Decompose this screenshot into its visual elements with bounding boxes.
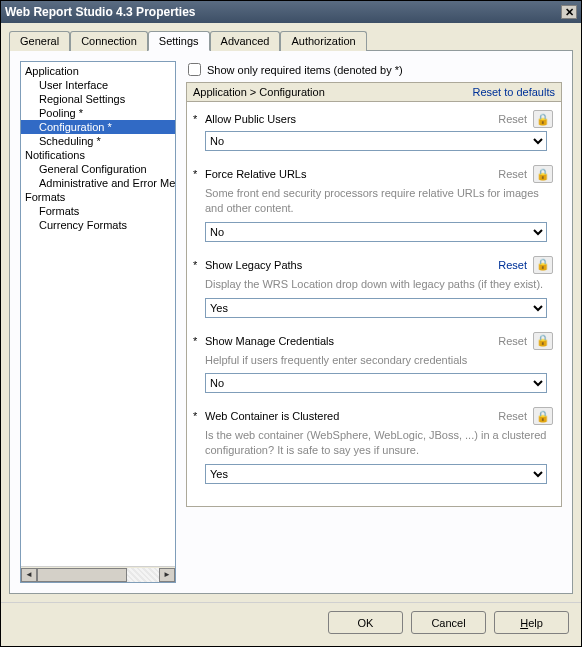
tree-item[interactable]: Scheduling * xyxy=(21,134,175,148)
setting-select-wrap: No xyxy=(205,131,547,151)
tab-label: Authorization xyxy=(291,35,355,47)
tree-item[interactable]: Application xyxy=(21,64,175,78)
reset-to-defaults-link[interactable]: Reset to defaults xyxy=(472,86,555,98)
setting-row: *Force Relative URLsReset🔒Some front end… xyxy=(187,165,553,242)
tree-item[interactable]: Currency Formats xyxy=(21,218,175,232)
settings-tree[interactable]: ApplicationUser InterfaceRegional Settin… xyxy=(21,62,175,566)
settings-panel: Show only required items (denoted by *) … xyxy=(186,61,562,583)
tree-item[interactable]: Regional Settings xyxy=(21,92,175,106)
setting-select[interactable]: Yes xyxy=(205,464,547,484)
tab-general[interactable]: General xyxy=(9,31,70,51)
lock-icon[interactable]: 🔒 xyxy=(533,332,553,350)
setting-description: Some front end security processors requi… xyxy=(187,183,553,219)
tree-item[interactable]: Administrative and Error Messages xyxy=(21,176,175,190)
setting-title: Show Legacy Paths xyxy=(203,259,498,271)
setting-select-wrap: No xyxy=(205,373,547,393)
tab-label: Advanced xyxy=(221,35,270,47)
reset-link: Reset xyxy=(498,410,527,422)
help-button[interactable]: Help xyxy=(494,611,569,634)
tree-item[interactable]: User Interface xyxy=(21,78,175,92)
required-star-icon: * xyxy=(193,168,203,180)
button-label: Cancel xyxy=(431,617,465,629)
reset-link: Reset xyxy=(498,335,527,347)
reset-link: Reset xyxy=(498,113,527,125)
setting-header: *Show Manage CredentialsReset🔒 xyxy=(187,332,553,350)
scroll-left-icon[interactable]: ◄ xyxy=(21,568,37,582)
setting-select[interactable]: No xyxy=(205,131,547,151)
setting-select-wrap: Yes xyxy=(205,464,547,484)
scroll-track[interactable] xyxy=(37,568,159,582)
tree-item[interactable]: Pooling * xyxy=(21,106,175,120)
tree-item[interactable]: Formats xyxy=(21,204,175,218)
setting-row: *Show Manage CredentialsReset🔒Helpful if… xyxy=(187,332,553,394)
scroll-right-icon[interactable]: ► xyxy=(159,568,175,582)
tree-item[interactable]: Notifications xyxy=(21,148,175,162)
section-header: Application > Configuration Reset to def… xyxy=(186,82,562,102)
ok-button[interactable]: OK xyxy=(328,611,403,634)
setting-select[interactable]: No xyxy=(205,222,547,242)
setting-header: *Web Container is ClusteredReset🔒 xyxy=(187,407,553,425)
setting-select[interactable]: Yes xyxy=(205,298,547,318)
tab-authorization[interactable]: Authorization xyxy=(280,31,366,51)
tree-item[interactable]: Formats xyxy=(21,190,175,204)
setting-select-wrap: No xyxy=(205,222,547,242)
show-required-checkbox[interactable] xyxy=(188,63,201,76)
setting-row: *Allow Public UsersReset🔒No xyxy=(187,110,553,151)
setting-header: *Show Legacy PathsReset🔒 xyxy=(187,256,553,274)
setting-title: Show Manage Credentials xyxy=(203,335,498,347)
required-star-icon: * xyxy=(193,335,203,347)
required-star-icon: * xyxy=(193,113,203,125)
lock-icon[interactable]: 🔒 xyxy=(533,407,553,425)
tab-label: General xyxy=(20,35,59,47)
tab-advanced[interactable]: Advanced xyxy=(210,31,281,51)
lock-icon[interactable]: 🔒 xyxy=(533,110,553,128)
close-icon[interactable]: ✕ xyxy=(561,5,577,19)
tree-panel: ApplicationUser InterfaceRegional Settin… xyxy=(20,61,176,583)
window-title: Web Report Studio 4.3 Properties xyxy=(5,1,195,23)
scroll-thumb[interactable] xyxy=(37,568,127,582)
show-required-label: Show only required items (denoted by *) xyxy=(207,64,403,76)
required-star-icon: * xyxy=(193,259,203,271)
setting-description: Display the WRS Location drop down with … xyxy=(187,274,553,295)
button-label: OK xyxy=(358,617,374,629)
tab-label: Settings xyxy=(159,35,199,47)
lock-icon[interactable]: 🔒 xyxy=(533,165,553,183)
setting-title: Web Container is Clustered xyxy=(203,410,498,422)
tree-item[interactable]: General Configuration xyxy=(21,162,175,176)
setting-description: Helpful if users frequently enter second… xyxy=(187,350,553,371)
lock-icon[interactable]: 🔒 xyxy=(533,256,553,274)
setting-row: *Web Container is ClusteredReset🔒Is the … xyxy=(187,407,553,484)
tree-item[interactable]: Configuration * xyxy=(21,120,175,134)
required-star-icon: * xyxy=(193,410,203,422)
breadcrumb: Application > Configuration xyxy=(193,86,325,98)
tab-label: Connection xyxy=(81,35,137,47)
setting-select-wrap: Yes xyxy=(205,298,547,318)
setting-header: *Allow Public UsersReset🔒 xyxy=(187,110,553,128)
horizontal-scrollbar[interactable]: ◄ ► xyxy=(21,566,175,582)
setting-title: Force Relative URLs xyxy=(203,168,498,180)
setting-select[interactable]: No xyxy=(205,373,547,393)
reset-link[interactable]: Reset xyxy=(498,259,527,271)
settings-list: *Allow Public UsersReset🔒No*Force Relati… xyxy=(186,102,562,507)
cancel-button[interactable]: Cancel xyxy=(411,611,486,634)
tab-settings[interactable]: Settings xyxy=(148,31,210,51)
reset-link: Reset xyxy=(498,168,527,180)
dialog-body: ApplicationUser InterfaceRegional Settin… xyxy=(9,51,573,594)
tab-strip: General Connection Settings Advanced Aut… xyxy=(9,31,573,51)
tab-connection[interactable]: Connection xyxy=(70,31,148,51)
setting-row: *Show Legacy PathsReset🔒Display the WRS … xyxy=(187,256,553,318)
dialog-footer: OK Cancel Help xyxy=(1,602,581,646)
setting-description: Is the web container (WebSphere, WebLogi… xyxy=(187,425,553,461)
show-required-row: Show only required items (denoted by *) xyxy=(186,61,562,82)
properties-dialog: Web Report Studio 4.3 Properties ✕ Gener… xyxy=(0,0,582,647)
titlebar: Web Report Studio 4.3 Properties ✕ xyxy=(1,1,581,23)
setting-header: *Force Relative URLsReset🔒 xyxy=(187,165,553,183)
setting-title: Allow Public Users xyxy=(203,113,498,125)
